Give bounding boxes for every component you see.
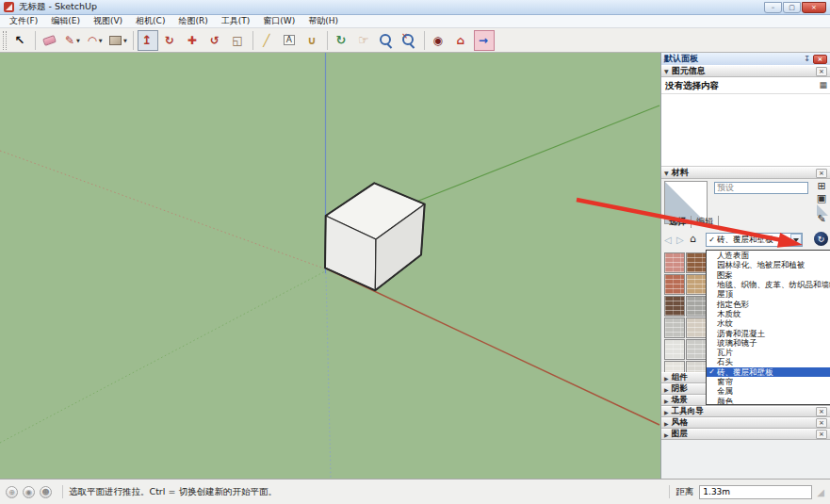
dropdown-item[interactable]: 沥青和混凝土	[707, 328, 830, 337]
eyedropper-icon[interactable]: ✎	[815, 213, 828, 225]
dropdown-item[interactable]: 窗帘	[707, 377, 830, 386]
close-icon[interactable]: ×	[816, 418, 827, 428]
tab-edit[interactable]: 编辑	[692, 216, 719, 228]
section-instructor[interactable]: ▶ 工具向导 ×	[661, 406, 830, 417]
model-cube[interactable]	[325, 183, 425, 290]
menu-file[interactable]: 文件(F)	[3, 14, 44, 28]
close-button[interactable]: ×	[802, 2, 826, 13]
close-icon[interactable]: ×	[816, 67, 827, 76]
section-label: 阴影	[672, 383, 688, 395]
pin-icon[interactable]: ↧	[804, 55, 810, 63]
zoom-tool[interactable]	[377, 30, 398, 51]
select-tool[interactable]: ↖	[10, 30, 31, 51]
material-swatch-grid	[664, 252, 709, 372]
close-icon[interactable]: ×	[816, 430, 827, 439]
home-icon[interactable]: ⌂	[690, 233, 696, 245]
tray-close-button[interactable]: ×	[813, 55, 827, 64]
secondary-pane-icon[interactable]: ▣	[815, 192, 828, 204]
dropdown-item[interactable]: 瓦片	[707, 348, 830, 357]
tool-glyph: ×	[401, 33, 415, 47]
material-swatch[interactable]	[686, 252, 707, 273]
export-icon[interactable]: →	[474, 30, 495, 51]
tape-measure-tool[interactable]: ╱	[257, 30, 278, 51]
dropdown-item[interactable]: 地毯、织物、皮革、纺织品和墙纸	[707, 280, 830, 289]
tab-select[interactable]: 选择	[664, 216, 692, 228]
dropdown-item[interactable]: 金属	[707, 386, 830, 396]
material-swatch[interactable]	[664, 296, 685, 317]
dropdown-item[interactable]: 图案	[707, 270, 830, 280]
rotate-tool[interactable]: ↺	[205, 30, 226, 51]
geolocation-icon[interactable]: ⊕	[6, 486, 18, 498]
menu-window[interactable]: 窗口(W)	[256, 14, 301, 28]
material-swatch[interactable]	[686, 274, 707, 295]
menu-edit[interactable]: 编辑(E)	[44, 14, 87, 28]
close-icon[interactable]: ×	[816, 407, 827, 416]
zoom-extents-tool[interactable]: ×	[399, 30, 420, 51]
dropdown-item[interactable]: 水纹	[707, 318, 830, 328]
minimize-button[interactable]: –	[764, 2, 782, 13]
material-swatch[interactable]	[686, 296, 707, 317]
close-icon[interactable]: ×	[816, 169, 827, 178]
sign-in-icon[interactable]: ☻	[40, 486, 52, 498]
dropdown-item[interactable]: ✓ 砖、覆层和壁板	[707, 367, 830, 377]
category-combo[interactable]: ✓ 砖、覆层和壁板	[706, 233, 803, 247]
section-layers[interactable]: ▶ 图层 ×	[661, 429, 830, 440]
menu-help[interactable]: 帮助(H)	[301, 14, 345, 28]
tool-glyph: ⌂	[457, 35, 465, 46]
dropdown-item[interactable]: 园林绿化、地被层和植被	[707, 260, 830, 269]
status-hint: 选取平面进行推拉。Ctrl = 切换创建新的开始平面。	[69, 486, 277, 498]
combo-dropdown-button[interactable]	[790, 234, 802, 246]
menu-camera[interactable]: 相机(C)	[129, 14, 171, 28]
dropdown-item[interactable]: 屋顶	[707, 289, 830, 299]
menu-draw[interactable]: 绘图(R)	[171, 14, 214, 28]
tool-glyph: A	[284, 35, 295, 45]
dropdown-item[interactable]: 玻璃和镜子	[707, 338, 830, 348]
viewport-canvas[interactable]	[0, 53, 660, 479]
line-tool[interactable]: ✎ ▼	[62, 30, 83, 51]
toolbar-grip[interactable]	[3, 31, 7, 50]
pan-tool[interactable]: ☞	[354, 30, 375, 51]
material-name-input[interactable]	[714, 182, 808, 194]
measurement-input[interactable]	[699, 485, 812, 499]
forward-arrow-icon[interactable]: ▷	[676, 235, 684, 245]
material-swatch[interactable]	[686, 317, 707, 338]
material-swatch[interactable]	[686, 361, 707, 372]
dropdown-item[interactable]: 人造表面	[707, 251, 830, 260]
dropdown-item[interactable]: 石头	[707, 357, 830, 366]
menu-view[interactable]: 视图(V)	[87, 14, 129, 28]
credits-icon[interactable]: ◉	[23, 486, 35, 498]
followme-tool[interactable]: ↻	[160, 30, 181, 51]
maximize-button[interactable]: ▢	[783, 2, 801, 13]
pushpull-tool[interactable]: ↥	[138, 30, 158, 51]
menu-tools[interactable]: 工具(T)	[215, 14, 257, 28]
in-model-icon[interactable]: ↻	[814, 232, 828, 246]
share-model-icon[interactable]: ⌂	[451, 30, 472, 51]
dropdown-item[interactable]: 指定色彩	[707, 299, 830, 308]
material-swatch[interactable]	[664, 317, 685, 338]
section-styles[interactable]: ▶ 风格 ×	[661, 417, 830, 429]
material-swatch[interactable]	[664, 274, 685, 295]
dropdown-item[interactable]: 颜色	[707, 396, 830, 405]
entity-info-header[interactable]: ▼ 图元信息 ×	[661, 65, 830, 77]
move-tool[interactable]: ✚	[183, 30, 203, 51]
material-swatch[interactable]	[686, 339, 707, 360]
rectangle-tool[interactable]: ▼	[107, 30, 129, 51]
material-swatch[interactable]	[664, 339, 685, 360]
create-material-icon[interactable]: ⊞	[815, 180, 828, 192]
resize-grip[interactable]: ◢	[817, 487, 824, 497]
text-tool[interactable]: A	[280, 30, 301, 51]
materials-header[interactable]: ▼ 材料 ×	[661, 167, 830, 179]
eraser-tool[interactable]	[40, 30, 60, 51]
details-icon[interactable]: ▦	[819, 80, 827, 89]
get-models-icon[interactable]: ◉	[429, 30, 449, 51]
material-swatch[interactable]	[664, 252, 685, 273]
arc-tool[interactable]: ◠ ▼	[85, 30, 106, 51]
paint-bucket-tool[interactable]: ∪	[302, 30, 323, 51]
material-swatch[interactable]	[664, 361, 685, 372]
chevron-down-icon	[793, 238, 799, 242]
back-arrow-icon[interactable]: ◁	[664, 235, 672, 245]
orbit-tool[interactable]: ↻	[332, 30, 352, 51]
scale-tool[interactable]: ◱	[228, 30, 249, 51]
dropdown-item[interactable]: 木质纹	[707, 309, 830, 318]
toolbar-separator	[252, 31, 253, 50]
